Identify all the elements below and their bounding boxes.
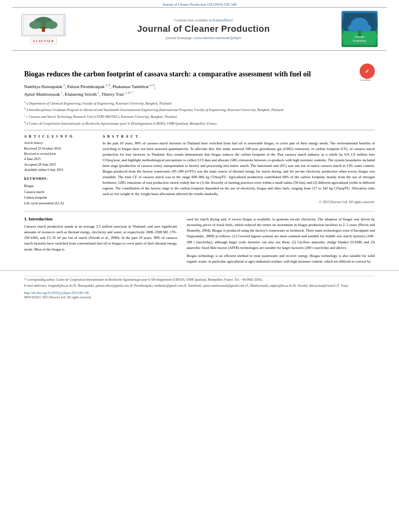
svg-point-3 xyxy=(29,21,41,29)
affil-c: c c Cassava and Starch Technology Resear… xyxy=(24,113,375,119)
issn-line: 0959-6526/© 2015 Elsevier Ltd. All right… xyxy=(24,296,375,299)
paper-title-section: ✓ CrossMark Biogas reduces the carbon fo… xyxy=(24,64,375,83)
svg-text:Cleaner: Cleaner xyxy=(355,35,365,38)
keyword-3: Carbon footprint xyxy=(24,195,95,200)
cp-logo-area: Cleaner Production xyxy=(339,11,380,47)
crossmark-area: ✓ CrossMark xyxy=(356,64,375,81)
doi-link[interactable]: http://dx.doi.org/10.1016/j.jclepro.2015… xyxy=(24,291,88,295)
abstract-column: A B S T R A C T In the past 10 years, 90… xyxy=(103,134,375,206)
paper-title: Biogas reduces the carbon footprint of c… xyxy=(24,69,375,79)
footnote-area: * Corresponding author. Centre de Coopér… xyxy=(0,270,399,301)
main-content: ✓ CrossMark Biogas reduces the carbon fo… xyxy=(0,51,399,206)
article-abstract-section: A R T I C L E I N F O Article history: R… xyxy=(24,130,375,206)
keyword-2: Cassava starch xyxy=(24,189,95,195)
article-info-label: A R T I C L E I N F O xyxy=(24,134,95,138)
article-info-column: A R T I C L E I N F O Article history: R… xyxy=(24,134,95,206)
journal-header: ELSEVIER Contents lists available at Sci… xyxy=(12,7,387,51)
crossmark-icon[interactable]: ✓ xyxy=(360,64,375,79)
journal-center: Contents lists available at ScienceDirec… xyxy=(68,18,339,40)
svg-point-4 xyxy=(45,21,58,29)
intro-right-text: used for starch drying and, if excess bi… xyxy=(187,216,375,265)
doi-line: http://dx.doi.org/10.1016/j.jclepro.2015… xyxy=(24,291,375,295)
affil-a: a a Department of Chemical Engineering, … xyxy=(24,100,375,106)
sciencedirect-link[interactable]: ScienceDirect xyxy=(212,18,232,22)
intro-left-text: Cassava starch production stands at an a… xyxy=(24,224,177,252)
intro-heading: 1. Introduction xyxy=(24,216,177,221)
contents-line: Contents lists available at ScienceDirec… xyxy=(68,18,339,22)
abstract-label: A B S T R A C T xyxy=(103,134,375,138)
affiliations: a a Department of Chemical Engineering, … xyxy=(24,100,375,126)
elsevier-logo-area: ELSEVIER xyxy=(19,14,68,44)
top-citation-text: Journal of Cleaner Production 134 (2016)… xyxy=(162,2,237,6)
copyright-line: © 2015 Elsevier Ltd. All rights reserved… xyxy=(103,200,375,204)
intro-left-column: 1. Introduction Cassava starch productio… xyxy=(24,216,177,267)
journal-homepage: journal homepage: www.elsevier.com/locat… xyxy=(68,36,339,40)
elsevier-wordmark: ELSEVIER xyxy=(30,38,57,44)
svg-point-9 xyxy=(360,24,371,32)
footnote-corresponding: * Corresponding author. Centre de Coopér… xyxy=(24,277,375,282)
top-citation-bar: Journal of Cleaner Production 134 (2016)… xyxy=(0,0,399,7)
svg-text:Production: Production xyxy=(353,39,366,42)
keywords-list: Biogas Cassava starch Carbon footprint L… xyxy=(24,183,95,206)
introduction-section: 1. Introduction Cassava starch productio… xyxy=(0,216,399,267)
abstract-text: In the past 10 years, 90% of cassava sta… xyxy=(103,141,375,197)
intro-right-column: used for starch drying and, if excess bi… xyxy=(187,216,375,267)
article-history: Article history: Received 22 October 201… xyxy=(24,141,95,173)
journal-title: Journal of Cleaner Production xyxy=(68,24,339,34)
keyword-4: Life cycle assessment (LCA) xyxy=(24,200,95,206)
keyword-1: Biogas xyxy=(24,183,95,189)
elsevier-graphic xyxy=(21,14,66,36)
cleaner-production-logo: Cleaner Production xyxy=(341,11,378,47)
footnote-emails: E-mail addresses: fengnyh@ku.ac.th (N. H… xyxy=(24,283,375,288)
keywords-section: Keywords: Biogas Cassava starch Carbon f… xyxy=(24,177,95,206)
keywords-label: Keywords: xyxy=(24,177,95,181)
affil-d: d d Centre de Coopération Internationale… xyxy=(24,120,375,126)
svg-point-8 xyxy=(348,24,359,32)
affil-b: b b Interdisciplinary Graduate Program i… xyxy=(24,107,375,113)
authors-line: Nanthiya Hansupalak a, Palotai Piromkrai… xyxy=(24,83,375,98)
svg-rect-2 xyxy=(42,27,45,32)
homepage-url[interactable]: www.elsevier.com/locate/jclepro xyxy=(194,36,241,40)
